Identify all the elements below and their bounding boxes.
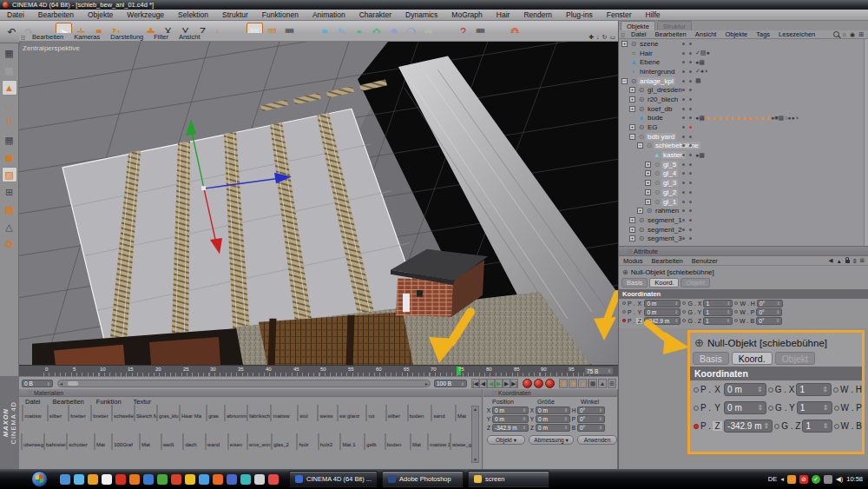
material-swatch[interactable]: uberweg (21, 434, 43, 463)
object-label[interactable]: gl_dresden (646, 86, 684, 94)
menu-item[interactable]: Bearbeiten (31, 10, 81, 19)
next-frame-button[interactable]: ▶ (503, 379, 510, 388)
object-label[interactable]: r20_blech (646, 96, 680, 103)
tab-basis[interactable]: Basis (693, 352, 729, 365)
history-up-icon[interactable]: ▲ (836, 258, 841, 264)
visibility-dots[interactable] (682, 61, 692, 63)
tree-row[interactable]: + ⊙ gl_5 (619, 160, 868, 169)
menu-item[interactable]: Dynamics (398, 10, 444, 19)
tab-koord[interactable]: Koord. (649, 278, 679, 287)
polygons-mode-button[interactable]: ◼ (2, 149, 17, 165)
keyframe-dot[interactable] (694, 424, 699, 429)
tree-row[interactable]: + ⊙ r20_blech (619, 95, 868, 104)
material-swatch[interactable]: abnumm (224, 406, 247, 434)
object-label[interactable]: schiebebühne (654, 142, 700, 149)
material-swatch[interactable]: schwelle (111, 406, 134, 434)
tree-row[interactable]: + ⊙ gl_1 (619, 197, 868, 207)
menu-item[interactable]: Datei (0, 10, 31, 19)
add-panel-icon[interactable]: ⊞ (858, 31, 864, 38)
visibility-dots[interactable] (682, 89, 692, 91)
scale-value-field[interactable]: 1⇕ (802, 420, 832, 433)
start-button[interactable] (31, 471, 48, 487)
quick-launch-icon[interactable] (240, 474, 251, 485)
object-label[interactable]: segment_3 (646, 235, 684, 242)
menu-item[interactable]: MoGraph (444, 10, 489, 19)
keyframe-dot[interactable] (682, 319, 686, 322)
quick-launch-icon[interactable] (102, 474, 112, 485)
materials-menu-item[interactable]: Textur (128, 398, 157, 406)
tree-row[interactable]: ◐ hintergrund ✓●◑ (619, 67, 868, 76)
attribute-menu-item[interactable]: Benutzer (687, 257, 722, 265)
tree-row[interactable]: + ⊙ segment_2 (619, 225, 868, 235)
tab-struktur[interactable]: Struktur (657, 21, 692, 30)
angle-field[interactable]: 0°⇕ (577, 424, 605, 432)
keyframe-dot[interactable] (834, 424, 839, 429)
menu-item[interactable]: Struktur (215, 10, 255, 19)
tree-row[interactable]: ≈ Hair ✓▨● (619, 49, 868, 58)
expand-toggle[interactable]: + (621, 41, 628, 47)
rotate-view-icon[interactable]: ↻ (602, 34, 608, 41)
menu-item[interactable]: Rendern (516, 10, 559, 19)
objects-menu-item[interactable]: Tags (752, 30, 774, 38)
visibility-dots[interactable] (682, 154, 692, 156)
material-swatch[interactable]: rot (359, 406, 382, 434)
tree-row[interactable]: + ⊙ gl_4 (619, 169, 868, 179)
panel-grip[interactable] (492, 390, 496, 395)
keyframe-dot[interactable] (734, 301, 738, 305)
angle-field[interactable]: 0°⇕ (577, 415, 605, 423)
object-label[interactable]: bude (646, 114, 665, 122)
material-swatch[interactable]: glas_2 (269, 434, 292, 463)
key-position-button[interactable]: ✚ (559, 379, 568, 388)
material-swatch[interactable]: mattsw (21, 406, 43, 434)
material-swatch[interactable]: ems_enn (247, 434, 269, 463)
range-slider-handle[interactable] (68, 381, 78, 386)
quick-launch-icon[interactable] (60, 474, 70, 485)
materials-scrollbar[interactable]: ▲▼ (471, 406, 479, 463)
quick-launch-icon[interactable] (171, 474, 181, 485)
viewport-menu-item[interactable]: Filter (148, 33, 174, 41)
visibility-dots[interactable] (682, 80, 692, 83)
prev-frame-button[interactable]: ◀ (479, 379, 487, 388)
tree-row[interactable]: + ⊙ gl_2 (619, 188, 868, 197)
history-back-icon[interactable]: ◀ (828, 257, 832, 264)
tab-objekt[interactable]: Objekt (775, 352, 815, 365)
object-label[interactable]: koef_db (646, 105, 674, 113)
object-tags[interactable]: ●▩ (695, 59, 705, 66)
expand-toggle[interactable]: + (645, 199, 651, 205)
key-scale-button[interactable]: ■ (569, 379, 577, 388)
visibility-dots[interactable] (682, 70, 692, 73)
object-label[interactable]: segment_1 (646, 216, 684, 224)
tree-row[interactable]: + ⊙ rahmen (619, 206, 868, 215)
materials-menu-item[interactable]: Funktion (90, 398, 128, 406)
material-swatch[interactable]: holz2 (314, 434, 337, 463)
visibility-dots[interactable] (682, 182, 692, 184)
timeline-ruler[interactable]: 0510152025303540455055606570758085909510… (19, 365, 618, 376)
position-field[interactable]: 0 m⇕ (492, 415, 529, 423)
material-swatch[interactable]: sand (427, 406, 450, 434)
keyframe-dot[interactable] (682, 301, 686, 305)
tree-row[interactable]: − ⊙ bdb yard (619, 132, 868, 142)
layout-palette-icon[interactable]: ▦ (2, 45, 17, 61)
visibility-dots[interactable] (682, 126, 692, 129)
object-tags[interactable]: ●▩▲▲▲▲▲▲▲▲▲▲▲●■▩○●●◑ (695, 115, 799, 122)
link-icon[interactable]: 8 (853, 258, 857, 264)
material-swatch[interactable]: bretter (66, 406, 89, 434)
texture-axis-mode-button[interactable]: ⊞ (2, 184, 17, 200)
quick-launch-icon[interactable] (157, 474, 168, 485)
keyframe-dot[interactable] (694, 406, 699, 411)
keyframe-dot[interactable] (833, 387, 838, 393)
visibility-dots[interactable] (682, 43, 692, 45)
quick-launch-icon[interactable] (74, 474, 84, 485)
keyframe-dot[interactable] (622, 319, 626, 322)
material-swatch[interactable]: holz (292, 434, 314, 463)
keyframe-dot[interactable] (734, 310, 738, 314)
pan-view-icon[interactable]: ✚ (589, 34, 594, 41)
expand-toggle[interactable]: + (629, 124, 635, 130)
tab-koord[interactable]: Koord. (732, 352, 773, 365)
keyframe-dot[interactable] (694, 387, 699, 393)
menu-item[interactable]: Werkzeuge (120, 10, 171, 19)
zoom-view-icon[interactable]: ↓ (596, 34, 600, 41)
tree-scrollbar[interactable] (864, 39, 868, 246)
viewport-solo-button[interactable]: ❂ (2, 236, 17, 252)
material-swatch[interactable]: gras (201, 406, 224, 434)
